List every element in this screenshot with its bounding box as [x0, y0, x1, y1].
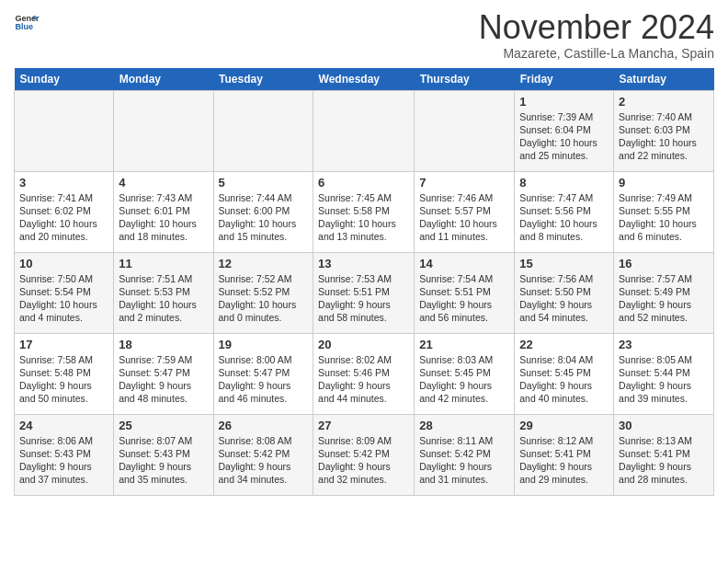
calendar-cell: 19Sunrise: 8:00 AMSunset: 5:47 PMDayligh…	[213, 333, 313, 414]
calendar-cell: 10Sunrise: 7:50 AMSunset: 5:54 PMDayligh…	[15, 252, 114, 333]
day-number: 12	[219, 257, 309, 270]
calendar-week-1: 1Sunrise: 7:39 AMSunset: 6:04 PMDaylight…	[15, 90, 714, 171]
cell-content: Sunrise: 8:13 AMSunset: 5:41 PMDaylight:…	[619, 434, 709, 487]
cell-content: Sunrise: 7:44 AMSunset: 6:00 PMDaylight:…	[219, 191, 309, 244]
day-number: 25	[119, 419, 208, 432]
day-number: 20	[318, 338, 409, 351]
calendar-cell: 25Sunrise: 8:07 AMSunset: 5:43 PMDayligh…	[114, 414, 213, 495]
day-number: 8	[519, 176, 609, 190]
calendar-cell: 24Sunrise: 8:06 AMSunset: 5:43 PMDayligh…	[15, 414, 114, 495]
title-area: November 2024 Mazarete, Castille-La Manc…	[479, 9, 714, 61]
cell-content: Sunrise: 8:07 AMSunset: 5:43 PMDaylight:…	[119, 434, 208, 487]
day-number: 18	[119, 338, 208, 351]
calendar-cell: 23Sunrise: 8:05 AMSunset: 5:44 PMDayligh…	[614, 333, 714, 414]
cell-content: Sunrise: 8:11 AMSunset: 5:42 PMDaylight:…	[419, 434, 509, 487]
cell-content: Sunrise: 7:41 AMSunset: 6:02 PMDaylight:…	[19, 191, 108, 244]
day-header-tuesday: Tuesday	[213, 68, 313, 91]
calendar-cell	[15, 90, 114, 171]
calendar-cell	[114, 90, 213, 171]
day-number: 24	[19, 419, 108, 432]
month-title: November 2024	[479, 9, 714, 46]
calendar-cell: 8Sunrise: 7:47 AMSunset: 5:56 PMDaylight…	[515, 171, 614, 252]
day-number: 26	[219, 419, 309, 432]
calendar-cell: 6Sunrise: 7:45 AMSunset: 5:58 PMDaylight…	[313, 171, 415, 252]
calendar-cell	[313, 90, 415, 171]
days-header-row: SundayMondayTuesdayWednesdayThursdayFrid…	[15, 68, 714, 91]
calendar-cell: 14Sunrise: 7:54 AMSunset: 5:51 PMDayligh…	[415, 252, 515, 333]
day-header-sunday: Sunday	[15, 68, 114, 91]
calendar-week-4: 17Sunrise: 7:58 AMSunset: 5:48 PMDayligh…	[15, 333, 714, 414]
svg-text:Blue: Blue	[15, 22, 33, 31]
day-number: 11	[119, 257, 208, 270]
calendar-week-3: 10Sunrise: 7:50 AMSunset: 5:54 PMDayligh…	[15, 252, 714, 333]
cell-content: Sunrise: 7:57 AMSunset: 5:49 PMDaylight:…	[619, 272, 709, 325]
cell-content: Sunrise: 7:56 AMSunset: 5:50 PMDaylight:…	[519, 272, 609, 325]
cell-content: Sunrise: 7:45 AMSunset: 5:58 PMDaylight:…	[318, 191, 409, 244]
cell-content: Sunrise: 8:03 AMSunset: 5:45 PMDaylight:…	[419, 353, 509, 406]
calendar-cell: 29Sunrise: 8:12 AMSunset: 5:41 PMDayligh…	[515, 414, 614, 495]
cell-content: Sunrise: 7:53 AMSunset: 5:51 PMDaylight:…	[318, 272, 409, 325]
calendar-cell: 12Sunrise: 7:52 AMSunset: 5:52 PMDayligh…	[213, 252, 313, 333]
calendar-week-5: 24Sunrise: 8:06 AMSunset: 5:43 PMDayligh…	[15, 414, 714, 495]
cell-content: Sunrise: 7:58 AMSunset: 5:48 PMDaylight:…	[19, 353, 108, 406]
header: General Blue November 2024 Mazarete, Cas…	[14, 9, 714, 61]
day-number: 3	[19, 176, 108, 190]
calendar-cell: 13Sunrise: 7:53 AMSunset: 5:51 PMDayligh…	[313, 252, 415, 333]
day-number: 15	[519, 257, 609, 270]
calendar-cell: 16Sunrise: 7:57 AMSunset: 5:49 PMDayligh…	[614, 252, 714, 333]
calendar-cell: 3Sunrise: 7:41 AMSunset: 6:02 PMDaylight…	[15, 171, 114, 252]
calendar-cell: 22Sunrise: 8:04 AMSunset: 5:45 PMDayligh…	[515, 333, 614, 414]
day-number: 22	[519, 338, 609, 351]
cell-content: Sunrise: 8:02 AMSunset: 5:46 PMDaylight:…	[318, 353, 409, 406]
cell-content: Sunrise: 7:59 AMSunset: 5:47 PMDaylight:…	[119, 353, 208, 406]
calendar-cell: 2Sunrise: 7:40 AMSunset: 6:03 PMDaylight…	[614, 90, 714, 171]
day-header-friday: Friday	[515, 68, 614, 91]
day-number: 14	[419, 257, 509, 270]
day-number: 10	[19, 257, 108, 270]
logo: General Blue	[14, 9, 40, 35]
cell-content: Sunrise: 7:40 AMSunset: 6:03 PMDaylight:…	[619, 110, 709, 163]
day-number: 16	[619, 257, 709, 270]
calendar-cell: 7Sunrise: 7:46 AMSunset: 5:57 PMDaylight…	[415, 171, 515, 252]
calendar-cell: 26Sunrise: 8:08 AMSunset: 5:42 PMDayligh…	[213, 414, 313, 495]
calendar-table: SundayMondayTuesdayWednesdayThursdayFrid…	[14, 68, 714, 496]
calendar-cell: 20Sunrise: 8:02 AMSunset: 5:46 PMDayligh…	[313, 333, 415, 414]
calendar-cell: 17Sunrise: 7:58 AMSunset: 5:48 PMDayligh…	[15, 333, 114, 414]
cell-content: Sunrise: 7:39 AMSunset: 6:04 PMDaylight:…	[519, 110, 609, 163]
calendar-cell: 27Sunrise: 8:09 AMSunset: 5:42 PMDayligh…	[313, 414, 415, 495]
cell-content: Sunrise: 7:52 AMSunset: 5:52 PMDaylight:…	[219, 272, 309, 325]
day-number: 28	[419, 419, 509, 432]
calendar-cell: 4Sunrise: 7:43 AMSunset: 6:01 PMDaylight…	[114, 171, 213, 252]
cell-content: Sunrise: 7:47 AMSunset: 5:56 PMDaylight:…	[519, 191, 609, 244]
calendar-cell: 11Sunrise: 7:51 AMSunset: 5:53 PMDayligh…	[114, 252, 213, 333]
cell-content: Sunrise: 8:08 AMSunset: 5:42 PMDaylight:…	[219, 434, 309, 487]
day-header-thursday: Thursday	[415, 68, 515, 91]
calendar-week-2: 3Sunrise: 7:41 AMSunset: 6:02 PMDaylight…	[15, 171, 714, 252]
cell-content: Sunrise: 7:50 AMSunset: 5:54 PMDaylight:…	[19, 272, 108, 325]
day-number: 13	[318, 257, 409, 270]
day-number: 27	[318, 419, 409, 432]
calendar-cell: 30Sunrise: 8:13 AMSunset: 5:41 PMDayligh…	[614, 414, 714, 495]
day-number: 29	[519, 419, 609, 432]
location: Mazarete, Castille-La Mancha, Spain	[479, 46, 714, 61]
calendar-cell: 18Sunrise: 7:59 AMSunset: 5:47 PMDayligh…	[114, 333, 213, 414]
day-number: 17	[19, 338, 108, 351]
day-header-monday: Monday	[114, 68, 213, 91]
calendar-cell: 28Sunrise: 8:11 AMSunset: 5:42 PMDayligh…	[415, 414, 515, 495]
calendar-cell: 5Sunrise: 7:44 AMSunset: 6:00 PMDaylight…	[213, 171, 313, 252]
cell-content: Sunrise: 7:43 AMSunset: 6:01 PMDaylight:…	[119, 191, 208, 244]
cell-content: Sunrise: 8:06 AMSunset: 5:43 PMDaylight:…	[19, 434, 108, 487]
calendar-cell: 21Sunrise: 8:03 AMSunset: 5:45 PMDayligh…	[415, 333, 515, 414]
day-number: 2	[619, 95, 709, 109]
day-number: 9	[619, 176, 709, 190]
calendar-cell: 9Sunrise: 7:49 AMSunset: 5:55 PMDaylight…	[614, 171, 714, 252]
cell-content: Sunrise: 7:54 AMSunset: 5:51 PMDaylight:…	[419, 272, 509, 325]
day-number: 4	[119, 176, 208, 190]
cell-content: Sunrise: 8:04 AMSunset: 5:45 PMDaylight:…	[519, 353, 609, 406]
day-number: 1	[519, 95, 609, 109]
day-number: 5	[219, 176, 309, 190]
cell-content: Sunrise: 8:05 AMSunset: 5:44 PMDaylight:…	[619, 353, 709, 406]
calendar-cell: 15Sunrise: 7:56 AMSunset: 5:50 PMDayligh…	[515, 252, 614, 333]
cell-content: Sunrise: 8:00 AMSunset: 5:47 PMDaylight:…	[219, 353, 309, 406]
calendar-header: SundayMondayTuesdayWednesdayThursdayFrid…	[15, 68, 714, 91]
